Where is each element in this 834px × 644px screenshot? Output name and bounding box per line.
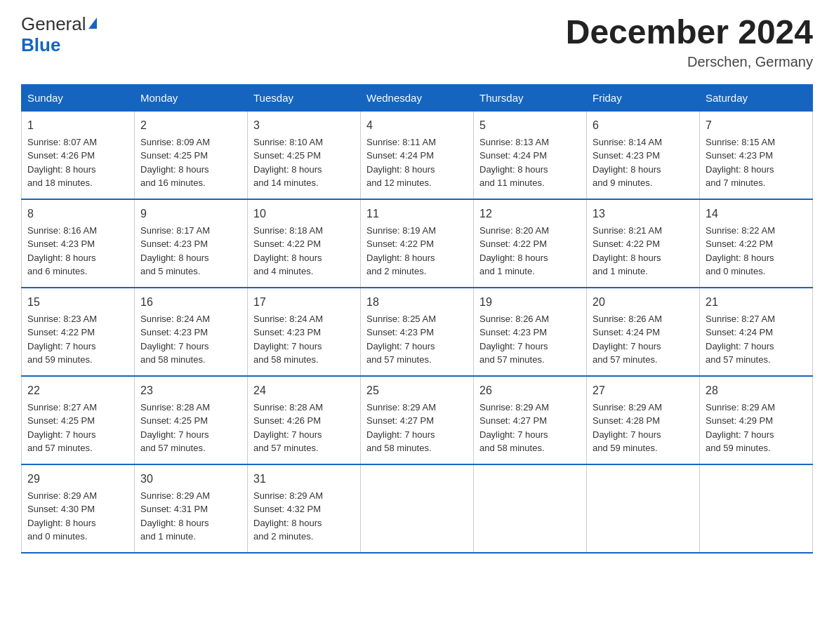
- calendar-week-row: 1Sunrise: 8:07 AMSunset: 4:26 PMDaylight…: [22, 111, 813, 199]
- day-info: Sunrise: 8:11 AMSunset: 4:24 PMDaylight:…: [366, 135, 468, 190]
- day-info: Sunrise: 8:18 AMSunset: 4:22 PMDaylight:…: [253, 224, 355, 279]
- day-info: Sunrise: 8:21 AMSunset: 4:22 PMDaylight:…: [593, 224, 694, 279]
- table-row: 8Sunrise: 8:16 AMSunset: 4:23 PMDaylight…: [22, 199, 135, 288]
- table-row: 4Sunrise: 8:11 AMSunset: 4:24 PMDaylight…: [361, 111, 474, 199]
- calendar-week-row: 8Sunrise: 8:16 AMSunset: 4:23 PMDaylight…: [22, 199, 813, 288]
- day-number: 16: [140, 294, 241, 311]
- day-info: Sunrise: 8:25 AMSunset: 4:23 PMDaylight:…: [366, 312, 468, 367]
- table-row: 28Sunrise: 8:29 AMSunset: 4:29 PMDayligh…: [700, 376, 813, 464]
- day-number: 30: [140, 471, 241, 488]
- day-number: 13: [593, 206, 694, 222]
- day-number: 24: [253, 382, 355, 399]
- day-info: Sunrise: 8:29 AMSunset: 4:32 PMDaylight:…: [253, 489, 355, 544]
- logo-general: General: [21, 13, 86, 34]
- day-number: 15: [27, 294, 128, 311]
- day-number: 20: [593, 294, 694, 311]
- day-number: 22: [27, 382, 128, 399]
- day-number: 7: [706, 117, 807, 134]
- day-info: Sunrise: 8:19 AMSunset: 4:22 PMDaylight:…: [366, 224, 468, 279]
- table-row: 22Sunrise: 8:27 AMSunset: 4:25 PMDayligh…: [22, 376, 135, 464]
- col-saturday: Saturday: [700, 84, 813, 111]
- day-number: 14: [706, 206, 807, 222]
- table-row: 20Sunrise: 8:26 AMSunset: 4:24 PMDayligh…: [587, 288, 700, 376]
- day-info: Sunrise: 8:29 AMSunset: 4:28 PMDaylight:…: [593, 401, 694, 455]
- table-row: 19Sunrise: 8:26 AMSunset: 4:23 PMDayligh…: [474, 288, 587, 376]
- day-number: 11: [366, 206, 468, 222]
- table-row: 12Sunrise: 8:20 AMSunset: 4:22 PMDayligh…: [474, 199, 587, 288]
- day-number: 27: [593, 382, 694, 399]
- table-row: 23Sunrise: 8:28 AMSunset: 4:25 PMDayligh…: [135, 376, 248, 464]
- table-row: 18Sunrise: 8:25 AMSunset: 4:23 PMDayligh…: [361, 288, 474, 376]
- table-row: [587, 464, 700, 553]
- page-subtitle: Derschen, Germany: [566, 54, 813, 70]
- table-row: 2Sunrise: 8:09 AMSunset: 4:25 PMDaylight…: [135, 111, 248, 199]
- day-number: 10: [253, 206, 355, 222]
- day-info: Sunrise: 8:20 AMSunset: 4:22 PMDaylight:…: [479, 224, 581, 279]
- day-info: Sunrise: 8:22 AMSunset: 4:22 PMDaylight:…: [706, 224, 807, 279]
- table-row: 16Sunrise: 8:24 AMSunset: 4:23 PMDayligh…: [135, 288, 248, 376]
- table-row: [700, 464, 813, 553]
- col-monday: Monday: [135, 84, 248, 111]
- day-number: 23: [140, 382, 241, 399]
- col-thursday: Thursday: [474, 84, 587, 111]
- day-number: 19: [479, 294, 581, 311]
- table-row: 7Sunrise: 8:15 AMSunset: 4:23 PMDaylight…: [700, 111, 813, 199]
- day-info: Sunrise: 8:24 AMSunset: 4:23 PMDaylight:…: [253, 312, 355, 367]
- col-friday: Friday: [587, 84, 700, 111]
- table-row: 21Sunrise: 8:27 AMSunset: 4:24 PMDayligh…: [700, 288, 813, 376]
- day-number: 5: [479, 117, 581, 134]
- day-number: 25: [366, 382, 468, 399]
- table-row: 26Sunrise: 8:29 AMSunset: 4:27 PMDayligh…: [474, 376, 587, 464]
- table-row: 17Sunrise: 8:24 AMSunset: 4:23 PMDayligh…: [248, 288, 361, 376]
- table-row: 3Sunrise: 8:10 AMSunset: 4:25 PMDaylight…: [248, 111, 361, 199]
- calendar-table: Sunday Monday Tuesday Wednesday Thursday…: [21, 84, 813, 554]
- day-number: 2: [140, 117, 241, 134]
- day-number: 21: [706, 294, 807, 311]
- day-info: Sunrise: 8:28 AMSunset: 4:25 PMDaylight:…: [140, 401, 241, 455]
- day-info: Sunrise: 8:28 AMSunset: 4:26 PMDaylight:…: [253, 401, 355, 455]
- page-title: December 2024: [566, 14, 813, 51]
- table-row: [474, 464, 587, 553]
- table-row: 25Sunrise: 8:29 AMSunset: 4:27 PMDayligh…: [361, 376, 474, 464]
- table-row: 29Sunrise: 8:29 AMSunset: 4:30 PMDayligh…: [22, 464, 135, 553]
- day-info: Sunrise: 8:24 AMSunset: 4:23 PMDaylight:…: [140, 312, 241, 367]
- col-tuesday: Tuesday: [248, 84, 361, 111]
- logo: General Blue: [21, 14, 97, 56]
- day-info: Sunrise: 8:23 AMSunset: 4:22 PMDaylight:…: [27, 312, 128, 367]
- day-info: Sunrise: 8:14 AMSunset: 4:23 PMDaylight:…: [593, 135, 694, 190]
- calendar-week-row: 29Sunrise: 8:29 AMSunset: 4:30 PMDayligh…: [22, 464, 813, 553]
- table-row: 27Sunrise: 8:29 AMSunset: 4:28 PMDayligh…: [587, 376, 700, 464]
- table-row: 14Sunrise: 8:22 AMSunset: 4:22 PMDayligh…: [700, 199, 813, 288]
- col-sunday: Sunday: [22, 84, 135, 111]
- day-info: Sunrise: 8:13 AMSunset: 4:24 PMDaylight:…: [479, 135, 581, 190]
- day-info: Sunrise: 8:27 AMSunset: 4:24 PMDaylight:…: [706, 312, 807, 367]
- col-wednesday: Wednesday: [361, 84, 474, 111]
- table-row: 9Sunrise: 8:17 AMSunset: 4:23 PMDaylight…: [135, 199, 248, 288]
- table-row: 10Sunrise: 8:18 AMSunset: 4:22 PMDayligh…: [248, 199, 361, 288]
- day-number: 6: [593, 117, 694, 134]
- day-info: Sunrise: 8:29 AMSunset: 4:27 PMDaylight:…: [366, 401, 468, 455]
- day-number: 8: [27, 206, 128, 222]
- day-number: 31: [253, 471, 355, 488]
- table-row: 13Sunrise: 8:21 AMSunset: 4:22 PMDayligh…: [587, 199, 700, 288]
- table-row: 1Sunrise: 8:07 AMSunset: 4:26 PMDaylight…: [22, 111, 135, 199]
- day-number: 1: [27, 117, 128, 134]
- table-row: 15Sunrise: 8:23 AMSunset: 4:22 PMDayligh…: [22, 288, 135, 376]
- day-info: Sunrise: 8:27 AMSunset: 4:25 PMDaylight:…: [27, 401, 128, 455]
- day-info: Sunrise: 8:16 AMSunset: 4:23 PMDaylight:…: [27, 224, 128, 279]
- table-row: 5Sunrise: 8:13 AMSunset: 4:24 PMDaylight…: [474, 111, 587, 199]
- table-row: 11Sunrise: 8:19 AMSunset: 4:22 PMDayligh…: [361, 199, 474, 288]
- day-number: 3: [253, 117, 355, 134]
- day-info: Sunrise: 8:15 AMSunset: 4:23 PMDaylight:…: [706, 135, 807, 190]
- day-number: 26: [479, 382, 581, 399]
- day-info: Sunrise: 8:26 AMSunset: 4:24 PMDaylight:…: [593, 312, 694, 367]
- day-number: 4: [366, 117, 468, 134]
- day-info: Sunrise: 8:29 AMSunset: 4:30 PMDaylight:…: [27, 489, 128, 544]
- day-number: 18: [366, 294, 468, 311]
- page-header: General Blue December 2024 Derschen, Ger…: [21, 14, 813, 70]
- day-number: 29: [27, 471, 128, 488]
- calendar-header-row: Sunday Monday Tuesday Wednesday Thursday…: [22, 84, 813, 111]
- day-number: 17: [253, 294, 355, 311]
- table-row: 30Sunrise: 8:29 AMSunset: 4:31 PMDayligh…: [135, 464, 248, 553]
- day-info: Sunrise: 8:09 AMSunset: 4:25 PMDaylight:…: [140, 135, 241, 190]
